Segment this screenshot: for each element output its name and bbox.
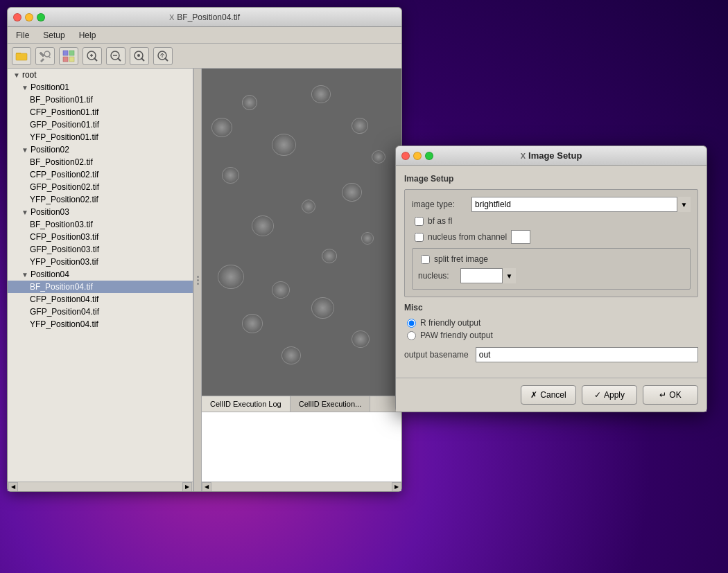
zoom-fit-button[interactable] <box>130 47 149 65</box>
tab-log2[interactable]: CellID Execution... <box>291 396 370 412</box>
split-fret-label: split fret image <box>434 254 488 264</box>
main-title-bar: X BF_Position04.tif <box>8 8 401 27</box>
svg-rect-5 <box>69 51 74 55</box>
nucleus-select[interactable] <box>460 268 516 283</box>
split-fret-checkbox[interactable] <box>421 255 430 264</box>
tree-item-position03[interactable]: ▼ Position03 <box>8 206 193 218</box>
dialog-close-button[interactable] <box>401 152 410 160</box>
tree-item-gfp03[interactable]: GFP_Position03.tif <box>8 243 193 256</box>
svg-rect-6 <box>63 57 68 62</box>
tree-item-bf04[interactable]: BF_Position04.tif <box>8 281 193 293</box>
paw-friendly-label: PAW friendly output <box>420 330 493 340</box>
tab-bar: CellID Execution Log CellID Execution... <box>202 396 401 412</box>
image-type-row: image type: brightfield fluorescence pha… <box>412 197 691 212</box>
tree-item-cfp02[interactable]: CFP_Position02.tif <box>8 168 193 181</box>
image-setup-section: image type: brightfield fluorescence pha… <box>404 189 698 297</box>
microscope-image <box>202 69 401 396</box>
tree-item-gfp02[interactable]: GFP_Position02.tif <box>8 181 193 193</box>
output-basename-row: output basename <box>404 347 698 362</box>
tab-log1[interactable]: CellID Execution Log <box>202 396 291 412</box>
menu-setup[interactable]: Setup <box>40 30 67 41</box>
ok-button[interactable]: ↵ OK <box>643 385 698 405</box>
dialog-maximize-button[interactable] <box>425 152 433 160</box>
grid-button[interactable] <box>59 47 78 65</box>
tree-item-root[interactable]: ▼ root <box>8 69 193 81</box>
tree-item-position04[interactable]: ▼ Position04 <box>8 268 193 281</box>
svg-rect-1 <box>16 53 27 60</box>
tree-item-cfp01[interactable]: CFP_Position01.tif <box>8 106 193 118</box>
dialog-traffic-lights <box>401 152 433 160</box>
dialog-buttons: ✗ Cancel ✓ Apply ↵ OK <box>396 378 707 412</box>
tree-item-yfp04[interactable]: YFP_Position04.tif <box>8 318 193 330</box>
dialog-title-text: X Image Setup <box>521 150 582 161</box>
output-basename-input[interactable] <box>476 347 698 362</box>
tree-item-yfp02[interactable]: YFP_Position02.tif <box>8 193 193 206</box>
apply-button[interactable]: ✓ Apply <box>582 385 637 405</box>
menu-file[interactable]: File <box>13 30 32 41</box>
tree-item-gfp04[interactable]: GFP_Position04.tif <box>8 306 193 318</box>
main-window: X BF_Position04.tif File Setup Help <box>7 7 402 492</box>
maximize-button[interactable] <box>37 13 45 21</box>
tree-item-yfp03[interactable]: YFP_Position03.tif <box>8 256 193 268</box>
image-type-select-wrapper: brightfield fluorescence phase contrast … <box>471 197 691 212</box>
bf-as-fl-row: bf as fl <box>412 216 691 226</box>
main-hscroll-right[interactable]: ▶ <box>392 482 401 492</box>
tree-item-bf02[interactable]: BF_Position02.tif <box>8 156 193 168</box>
svg-rect-4 <box>63 51 68 55</box>
tree-item-gfp01[interactable]: GFP_Position01.tif <box>8 118 193 131</box>
svg-line-11 <box>94 58 97 61</box>
nucleus-from-channel-row: nucleus from channel <box>412 230 691 244</box>
svg-line-14 <box>118 58 121 61</box>
nucleus-from-channel-checkbox[interactable] <box>415 233 424 242</box>
image-type-select[interactable]: brightfield fluorescence phase contrast <box>471 197 691 212</box>
nucleus-channel-input[interactable] <box>511 230 530 244</box>
minimize-button[interactable] <box>25 13 33 21</box>
close-button[interactable] <box>13 13 21 21</box>
svg-rect-2 <box>17 53 21 54</box>
tree-item-bf03[interactable]: BF_Position03.tif <box>8 218 193 231</box>
image-setup-section-label: Image Setup <box>404 174 698 184</box>
menu-help[interactable]: Help <box>76 30 99 41</box>
paw-friendly-radio[interactable] <box>407 331 416 340</box>
image-setup-dialog: X Image Setup Image Setup image type: br… <box>395 146 707 412</box>
tree-item-position01[interactable]: ▼ Position01 <box>8 81 193 94</box>
zoom-out-button[interactable] <box>106 47 125 65</box>
file-tree-scroll[interactable]: ▼ root ▼ Position01 BF_Position01.tif <box>8 69 193 482</box>
tree-item-bf01[interactable]: BF_Position01.tif <box>8 94 193 106</box>
bf-as-fl-label: bf as fl <box>428 216 452 226</box>
r-friendly-row: R friendly output <box>404 318 698 328</box>
tools-button[interactable] <box>35 47 55 65</box>
cancel-icon: ✗ <box>530 390 537 400</box>
dialog-minimize-button[interactable] <box>413 152 422 160</box>
misc-section-label: Misc <box>404 303 698 312</box>
cancel-button[interactable]: ✗ Cancel <box>521 385 576 405</box>
main-hscroll-left[interactable]: ◀ <box>202 482 211 492</box>
bf-as-fl-checkbox[interactable] <box>415 217 424 226</box>
svg-point-3 <box>44 51 50 57</box>
panel-divider[interactable] <box>193 69 202 491</box>
traffic-lights <box>13 13 45 21</box>
r-friendly-radio[interactable] <box>407 319 416 328</box>
svg-point-17 <box>137 54 140 57</box>
hscroll-left[interactable]: ◀ <box>8 482 18 492</box>
file-tree-panel: ▼ root ▼ Position01 BF_Position01.tif <box>8 69 193 491</box>
zoom-custom-button[interactable] <box>153 47 173 65</box>
image-type-label: image type: <box>412 200 467 209</box>
tree-item-yfp01[interactable]: YFP_Position01.tif <box>8 131 193 143</box>
file-tree-hscroll[interactable]: ◀ ▶ <box>8 482 193 491</box>
tree-item-position02[interactable]: ▼ Position02 <box>8 143 193 156</box>
hscroll-track[interactable] <box>18 482 182 492</box>
zoom-in-button[interactable] <box>83 47 102 65</box>
bottom-bar: ◀ ▶ <box>202 482 401 491</box>
tree-item-cfp03[interactable]: CFP_Position03.tif <box>8 231 193 243</box>
main-hscroll-track[interactable] <box>211 482 392 492</box>
tree-item-cfp04[interactable]: CFP_Position04.tif <box>8 293 193 306</box>
open-folder-button[interactable] <box>12 47 31 65</box>
image-panel: CellID Execution Log CellID Execution...… <box>202 69 401 491</box>
svg-rect-7 <box>69 57 74 62</box>
misc-section: Misc R friendly output PAW friendly outp… <box>404 303 698 362</box>
log-area[interactable] <box>202 412 401 482</box>
hscroll-right[interactable]: ▶ <box>182 482 192 492</box>
nucleus-from-channel-label: nucleus from channel <box>428 232 507 242</box>
split-fret-row: split fret image <box>418 254 684 264</box>
